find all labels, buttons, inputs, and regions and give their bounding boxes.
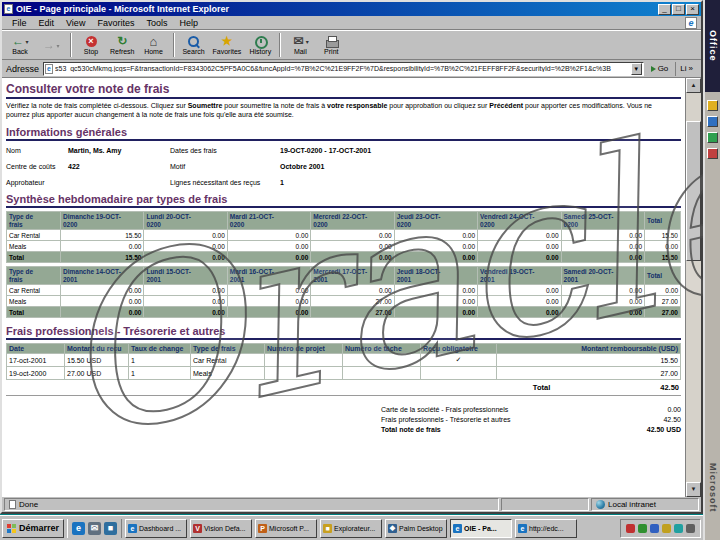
cell-value bbox=[265, 354, 343, 367]
dropdown-arrow-icon[interactable]: ▾ bbox=[25, 38, 28, 45]
menu-item-favorites[interactable]: Favorites bbox=[91, 18, 140, 28]
close-button[interactable]: × bbox=[686, 4, 699, 15]
task-label: Dashboard ... bbox=[139, 525, 181, 532]
favorites-button[interactable]: Favorites bbox=[210, 31, 245, 59]
office-shortcut-icon-1[interactable] bbox=[707, 100, 718, 111]
cell-value: 0.00 bbox=[478, 307, 561, 318]
intro-segment: Vérifiez la note de frais complétée ci-d… bbox=[6, 102, 188, 109]
task-buttons: eDashboard ...VVision Defa...PMicrosoft … bbox=[125, 519, 577, 538]
show-desktop-quicklaunch-icon[interactable]: ■ bbox=[104, 522, 117, 535]
print-button[interactable]: Print bbox=[316, 31, 346, 59]
task-button-visiondefa[interactable]: VVision Defa... bbox=[190, 519, 252, 538]
scrollbar-track[interactable] bbox=[686, 93, 701, 482]
vertical-scrollbar[interactable]: ▲ ▼ bbox=[685, 78, 701, 497]
cell-value bbox=[265, 367, 343, 380]
cell-value: 1 bbox=[129, 367, 191, 380]
column-header: Vendredi 19-OCT-2001 bbox=[478, 267, 561, 285]
links-bar[interactable]: Li » bbox=[675, 62, 697, 76]
status-message-panel: Done bbox=[4, 498, 499, 511]
column-header: Reçu obligatoire bbox=[421, 344, 497, 354]
task-button-oiepa[interactable]: eOIE - Pa... bbox=[450, 519, 512, 538]
task-button-microsoftp[interactable]: PMicrosoft P... bbox=[255, 519, 317, 538]
zone-text: Local intranet bbox=[608, 500, 656, 509]
summary-label: Carte de la société - Frais professionne… bbox=[381, 405, 508, 415]
summary-value: 42.50 USD bbox=[647, 425, 681, 435]
task-button-httpedc[interactable]: ehttp://edc... bbox=[515, 519, 577, 538]
office-shortcut-icon-4[interactable] bbox=[707, 148, 718, 159]
task-label: Microsoft P... bbox=[269, 525, 309, 532]
taskbar: Démarrer e✉■ eDashboard ...VVision Defa.… bbox=[0, 515, 703, 540]
start-button[interactable]: Démarrer bbox=[2, 519, 64, 538]
office-bar-header[interactable]: Office bbox=[705, 0, 720, 92]
address-bar: Adresse e s53_qc530cMkmg.jcgs=F&transact… bbox=[2, 60, 701, 78]
office-shortcut-icon-3[interactable] bbox=[707, 132, 718, 143]
intro-segment: pour approbation ou cliquez sur bbox=[387, 102, 489, 109]
address-dropdown-button[interactable]: ▼ bbox=[631, 63, 642, 75]
tray-icon-3[interactable] bbox=[650, 524, 659, 533]
cell-value bbox=[343, 367, 421, 380]
cell-value: 1 bbox=[129, 354, 191, 367]
cell-value: 27.00 bbox=[311, 307, 394, 318]
cell-value: 27.00 bbox=[311, 296, 394, 307]
tray-icon-2[interactable] bbox=[638, 524, 647, 533]
forward-button[interactable]: ▾ bbox=[36, 31, 66, 59]
cell-value: 0.00 bbox=[144, 307, 227, 318]
menu-items: FileEditViewFavoritesToolsHelp bbox=[6, 18, 204, 28]
menu-item-tools[interactable]: Tools bbox=[140, 18, 173, 28]
field-value-motif: Octobre 2001 bbox=[280, 163, 681, 170]
address-input[interactable]: e s53_qc530cMkmg.jcgs=F&transactionId=F8… bbox=[43, 62, 644, 76]
section-title-weekly: Synthèse hebdomadaire par types de frais bbox=[6, 193, 681, 205]
outlook-quicklaunch-icon[interactable]: ✉ bbox=[88, 522, 101, 535]
tray-icon-5[interactable] bbox=[674, 524, 683, 533]
tray-icon-6[interactable] bbox=[686, 524, 695, 533]
dropdown-arrow-icon[interactable]: ▾ bbox=[56, 42, 59, 49]
task-app-icon: e bbox=[453, 524, 462, 533]
report-summary: Carte de la société - Frais professionne… bbox=[381, 405, 681, 435]
task-button-explorateur[interactable]: ■Explorateur... bbox=[320, 519, 382, 538]
details-total-label: Total bbox=[533, 383, 550, 392]
window-title: OIE - Page principale - Microsoft Intern… bbox=[16, 4, 229, 14]
summary-line: Total note de frais42.50 USD bbox=[381, 425, 681, 435]
menu-item-file[interactable]: File bbox=[6, 18, 33, 28]
ie-quicklaunch-icon[interactable]: e bbox=[72, 522, 85, 535]
home-button[interactable]: Home bbox=[139, 31, 169, 59]
cell-value: 0.00 bbox=[478, 296, 561, 307]
refresh-label: Refresh bbox=[110, 48, 135, 56]
cell-value: 0.00 bbox=[144, 241, 227, 252]
minimize-button[interactable]: _ bbox=[658, 4, 671, 15]
menu-item-help[interactable]: Help bbox=[173, 18, 204, 28]
refresh-button[interactable]: Refresh bbox=[107, 31, 138, 59]
cell-value: 0.00 bbox=[394, 252, 477, 263]
cell-value: 0.00 bbox=[144, 230, 227, 241]
cell-value: 0.00 bbox=[61, 285, 144, 296]
summary-value: 42.50 bbox=[663, 415, 681, 425]
scrollbar-thumb[interactable] bbox=[686, 121, 701, 261]
cell-value: 15.50 bbox=[645, 230, 681, 241]
dropdown-arrow-icon[interactable]: ▾ bbox=[306, 38, 309, 45]
history-button[interactable]: History bbox=[245, 31, 275, 59]
office-shortcut-icon-2[interactable] bbox=[707, 116, 718, 127]
maximize-button[interactable]: □ bbox=[672, 4, 685, 15]
back-button[interactable]: ▾Back bbox=[5, 31, 35, 59]
mail-button[interactable]: ▾Mail bbox=[285, 31, 315, 59]
menu-item-edit[interactable]: Edit bbox=[33, 18, 61, 28]
menu-item-view[interactable]: View bbox=[60, 18, 91, 28]
tray-icon-1[interactable] bbox=[626, 524, 635, 533]
mail-icon bbox=[292, 35, 305, 48]
scroll-down-button[interactable]: ▼ bbox=[686, 482, 701, 497]
cell-value: 15.50 bbox=[61, 230, 144, 241]
stop-button[interactable]: Stop bbox=[76, 31, 106, 59]
spacer bbox=[550, 383, 660, 392]
task-button-palmdesktop[interactable]: ◆Palm Desktop bbox=[385, 519, 447, 538]
cell-value: 0.00 bbox=[227, 230, 310, 241]
scroll-up-button[interactable]: ▲ bbox=[686, 78, 701, 93]
search-button[interactable]: Search bbox=[179, 31, 209, 59]
weekly-table-1: Type defraisDimanche 19-OCT-0200Lundi 20… bbox=[6, 211, 681, 263]
titlebar[interactable]: e OIE - Page principale - Microsoft Inte… bbox=[2, 2, 701, 16]
tray-icon-4[interactable] bbox=[662, 524, 671, 533]
intro-emphasis: Précédent bbox=[489, 102, 523, 109]
go-button[interactable]: Go bbox=[648, 62, 672, 76]
cell-value: Meals bbox=[191, 367, 265, 380]
task-button-dashboard[interactable]: eDashboard ... bbox=[125, 519, 187, 538]
table-row: 17-oct-200115.50 USD1Car Rental✓15.50 bbox=[7, 354, 681, 367]
